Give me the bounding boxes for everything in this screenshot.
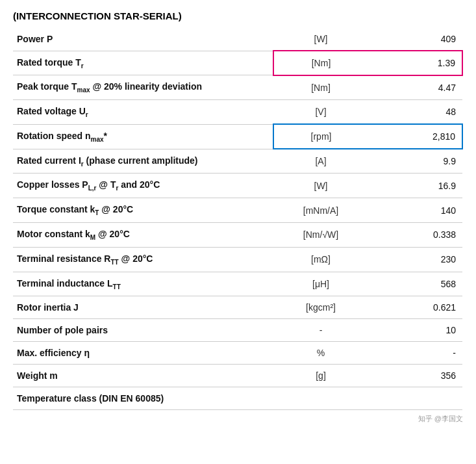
table-row: Terminal inductance LTT[μH]568	[13, 272, 462, 296]
row-unit: [A]	[273, 149, 368, 174]
row-label: Rated current Ir (phase current amplitud…	[13, 149, 273, 174]
row-value	[368, 387, 462, 410]
row-unit: %	[273, 342, 368, 365]
row-label: Max. efficiency η	[13, 342, 273, 365]
row-value: 230	[368, 247, 462, 272]
row-value: 409	[368, 28, 462, 51]
table-row: Copper losses PL,r @ Tr and 20°C[W]16.9	[13, 174, 462, 198]
row-unit: [g]	[273, 365, 368, 387]
row-unit: [Nm/√W]	[273, 223, 368, 248]
row-label: Rotation speed nmax*	[13, 124, 273, 149]
table-row: Rotor inertia J[kgcm²]0.621	[13, 296, 462, 319]
table-row: Rotation speed nmax*[rpm]2,810	[13, 124, 462, 149]
row-value: 140	[368, 198, 462, 223]
row-unit: -	[273, 319, 368, 342]
row-label: Temperature class (DIN EN 60085)	[13, 387, 273, 410]
row-label: Power P	[13, 28, 273, 51]
row-value: 2,810	[368, 124, 462, 149]
table-row: Temperature class (DIN EN 60085)	[13, 387, 462, 410]
row-unit: [V]	[273, 100, 368, 125]
row-unit: [Nm]	[273, 75, 368, 100]
row-value: 4.47	[368, 75, 462, 100]
row-label: Rotor inertia J	[13, 296, 273, 319]
row-label: Motor constant kM @ 20°C	[13, 223, 273, 248]
row-value: 10	[368, 319, 462, 342]
row-value: 0.621	[368, 296, 462, 319]
specs-table: Power P[W]409Rated torque Tr[Nm]1.39Peak…	[13, 28, 463, 410]
row-label: Copper losses PL,r @ Tr and 20°C	[13, 174, 273, 198]
table-row: Torque constant kT @ 20°C[mNm/A]140	[13, 198, 462, 223]
row-value: 9.9	[368, 149, 462, 174]
row-unit: [mNm/A]	[273, 198, 368, 223]
row-label: Weight m	[13, 365, 273, 387]
row-value: 48	[368, 100, 462, 125]
row-unit: [W]	[273, 28, 368, 51]
row-value: 1.39	[368, 51, 462, 75]
row-value: 356	[368, 365, 462, 387]
row-unit: [mΩ]	[273, 247, 368, 272]
row-label: Terminal resistance RTT @ 20°C	[13, 247, 273, 272]
row-unit: [rpm]	[273, 124, 368, 149]
row-label: Number of pole pairs	[13, 319, 273, 342]
table-row: Motor constant kM @ 20°C[Nm/√W]0.338	[13, 223, 462, 248]
table-row: Max. efficiency η%-	[13, 342, 462, 365]
table-row: Terminal resistance RTT @ 20°C[mΩ]230	[13, 247, 462, 272]
row-label: Torque constant kT @ 20°C	[13, 198, 273, 223]
table-row: Peak torque Tmax @ 20% linearity deviati…	[13, 75, 462, 100]
row-unit: [μH]	[273, 272, 368, 296]
row-label: Peak torque Tmax @ 20% linearity deviati…	[13, 75, 273, 100]
table-row: Rated torque Tr[Nm]1.39	[13, 51, 462, 75]
row-value: 0.338	[368, 223, 462, 248]
row-unit: [Nm]	[273, 51, 368, 75]
table-row: Weight m[g]356	[13, 365, 462, 387]
row-label: Terminal inductance LTT	[13, 272, 273, 296]
page-title: (INTERCONNECTION STAR-SERIAL)	[13, 10, 463, 21]
row-value: -	[368, 342, 462, 365]
table-row: Rated current Ir (phase current amplitud…	[13, 149, 462, 174]
row-unit	[273, 387, 368, 410]
row-value: 16.9	[368, 174, 462, 198]
watermark: 知乎 @李国文	[13, 414, 463, 424]
row-value: 568	[368, 272, 462, 296]
row-label: Rated torque Tr	[13, 51, 273, 75]
row-unit: [W]	[273, 174, 368, 198]
table-row: Number of pole pairs-10	[13, 319, 462, 342]
table-row: Power P[W]409	[13, 28, 462, 51]
row-unit: [kgcm²]	[273, 296, 368, 319]
table-row: Rated voltage Ur[V]48	[13, 100, 462, 125]
row-label: Rated voltage Ur	[13, 100, 273, 125]
